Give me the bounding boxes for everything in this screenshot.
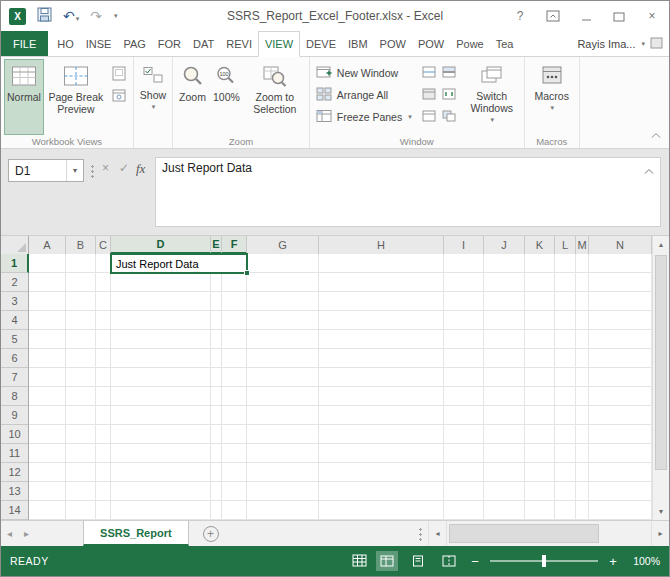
- column-header-L[interactable]: L: [555, 236, 576, 254]
- cell-J1[interactable]: [484, 254, 525, 273]
- split-icon[interactable]: [419, 62, 439, 82]
- row-header-7[interactable]: 7: [1, 368, 29, 387]
- cell-L1[interactable]: [555, 254, 576, 273]
- cell-H6[interactable]: [319, 349, 444, 368]
- minimize-icon[interactable]: [577, 7, 595, 25]
- cell-N3[interactable]: [589, 292, 652, 311]
- freeze-panes-button[interactable]: Freeze Panes ▾: [313, 106, 415, 128]
- cell-A7[interactable]: [29, 368, 66, 387]
- scroll-left-icon[interactable]: ◂: [428, 521, 446, 546]
- cell-A2[interactable]: [29, 273, 66, 292]
- cell-G14[interactable]: [247, 501, 319, 520]
- cell-H10[interactable]: [319, 425, 444, 444]
- cell-D12[interactable]: [111, 463, 211, 482]
- cell-F11[interactable]: [222, 444, 247, 463]
- cell-G3[interactable]: [247, 292, 319, 311]
- cell-C13[interactable]: [96, 482, 111, 501]
- redo-icon[interactable]: ↷: [90, 7, 102, 25]
- cell-I5[interactable]: [444, 330, 484, 349]
- row-header-8[interactable]: 8: [1, 387, 29, 406]
- vertical-scrollbar-thumb[interactable]: [655, 255, 667, 470]
- cell-H2[interactable]: [319, 273, 444, 292]
- cell-L2[interactable]: [555, 273, 576, 292]
- cell-N10[interactable]: [589, 425, 652, 444]
- cell-H1[interactable]: [319, 254, 444, 273]
- row-header-14[interactable]: 14: [1, 501, 29, 520]
- tab-page-layout[interactable]: PAG: [117, 31, 151, 56]
- select-all-corner[interactable]: [1, 236, 29, 254]
- cell-M6[interactable]: [576, 349, 589, 368]
- cell-B5[interactable]: [66, 330, 96, 349]
- view-side-by-side-icon[interactable]: [439, 62, 459, 82]
- cell-A11[interactable]: [29, 444, 66, 463]
- customize-qat-icon[interactable]: ▾: [114, 12, 118, 20]
- tab-pow-1[interactable]: POW: [374, 31, 412, 56]
- cell-A6[interactable]: [29, 349, 66, 368]
- cell-L8[interactable]: [555, 387, 576, 406]
- cell-J3[interactable]: [484, 292, 525, 311]
- tabbar-splitter[interactable]: [419, 527, 422, 541]
- cancel-entry-icon[interactable]: ×: [102, 161, 109, 175]
- cell-N9[interactable]: [589, 406, 652, 425]
- cell-F3[interactable]: [222, 292, 247, 311]
- synchronous-scrolling-icon[interactable]: [439, 84, 459, 104]
- cell-K3[interactable]: [525, 292, 555, 311]
- tab-insert[interactable]: INSE: [80, 31, 118, 56]
- cell-J5[interactable]: [484, 330, 525, 349]
- cell-L9[interactable]: [555, 406, 576, 425]
- formula-input[interactable]: Just Report Data: [155, 157, 661, 227]
- cell-J4[interactable]: [484, 311, 525, 330]
- cell-I4[interactable]: [444, 311, 484, 330]
- cell-M9[interactable]: [576, 406, 589, 425]
- cell-A13[interactable]: [29, 482, 66, 501]
- cell-B1[interactable]: [66, 254, 96, 273]
- row-header-13[interactable]: 13: [1, 482, 29, 501]
- cell-I13[interactable]: [444, 482, 484, 501]
- cell-I1[interactable]: [444, 254, 484, 273]
- horizontal-scrollbar[interactable]: ◂ ▸: [419, 521, 669, 546]
- cell-J6[interactable]: [484, 349, 525, 368]
- collapse-ribbon-icon[interactable]: [650, 125, 662, 143]
- tab-ibm[interactable]: IBM: [342, 31, 374, 56]
- column-header-K[interactable]: K: [525, 236, 555, 254]
- zoom-button[interactable]: Zoom: [176, 59, 209, 135]
- cell-A10[interactable]: [29, 425, 66, 444]
- cell-J8[interactable]: [484, 387, 525, 406]
- column-header-E[interactable]: E: [211, 236, 222, 254]
- cell-B6[interactable]: [66, 349, 96, 368]
- cell-N6[interactable]: [589, 349, 652, 368]
- cell-A4[interactable]: [29, 311, 66, 330]
- page-break-preview-button[interactable]: Page Break Preview: [45, 59, 107, 135]
- save-icon[interactable]: [37, 7, 52, 26]
- cell-A9[interactable]: [29, 406, 66, 425]
- cell-L7[interactable]: [555, 368, 576, 387]
- cell-K6[interactable]: [525, 349, 555, 368]
- sheet-nav-right-icon[interactable]: ▸: [18, 528, 35, 539]
- cell-C14[interactable]: [96, 501, 111, 520]
- cell-H7[interactable]: [319, 368, 444, 387]
- column-header-I[interactable]: I: [444, 236, 484, 254]
- active-cell-selection[interactable]: Just Report Data: [110, 253, 248, 274]
- cell-D13[interactable]: [111, 482, 211, 501]
- horizontal-scrollbar-track[interactable]: [446, 521, 651, 546]
- cell-C4[interactable]: [96, 311, 111, 330]
- cell-L3[interactable]: [555, 292, 576, 311]
- cell-B10[interactable]: [66, 425, 96, 444]
- zoom-slider-thumb[interactable]: [542, 555, 546, 567]
- cell-A3[interactable]: [29, 292, 66, 311]
- cell-H5[interactable]: [319, 330, 444, 349]
- cell-L5[interactable]: [555, 330, 576, 349]
- cell-N2[interactable]: [589, 273, 652, 292]
- row-header-12[interactable]: 12: [1, 463, 29, 482]
- cell-A14[interactable]: [29, 501, 66, 520]
- cell-M10[interactable]: [576, 425, 589, 444]
- cell-I11[interactable]: [444, 444, 484, 463]
- cell-D10[interactable]: [111, 425, 211, 444]
- sheet-tab-ssrs-report[interactable]: SSRS_Report: [83, 521, 189, 546]
- new-sheet-button[interactable]: +: [203, 526, 219, 542]
- cell-D8[interactable]: [111, 387, 211, 406]
- row-header-4[interactable]: 4: [1, 311, 29, 330]
- custom-views-icon[interactable]: [108, 85, 130, 105]
- cell-C6[interactable]: [96, 349, 111, 368]
- zoom-level[interactable]: 100%: [628, 555, 660, 567]
